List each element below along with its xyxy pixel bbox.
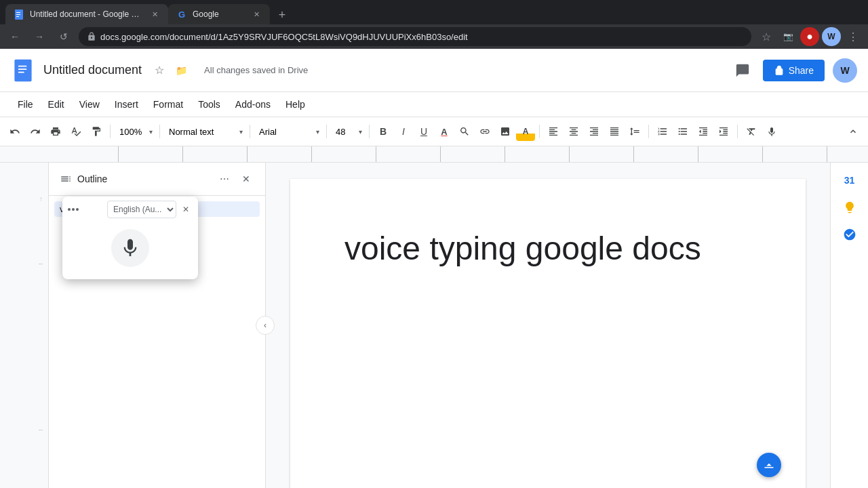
menu-view[interactable]: View <box>73 96 106 113</box>
extensions-button[interactable]: ● <box>800 27 819 46</box>
sidebar-title: Outline <box>77 174 211 184</box>
font-size-select[interactable]: 48 10111214 18243648 <box>331 125 360 139</box>
share-lock-icon <box>774 65 785 76</box>
font-select-wrapper[interactable]: Arial Times New Roman Courier New <box>254 125 322 139</box>
url-text: docs.google.com/document/d/1Az5Y9SRVJUF6… <box>100 32 468 42</box>
dot-1 <box>68 208 71 211</box>
tab-google-close[interactable]: ✕ <box>251 9 262 20</box>
bg-color-button[interactable]: A <box>516 122 535 141</box>
paint-format-button[interactable] <box>87 122 106 141</box>
underline-button[interactable]: U <box>414 122 433 141</box>
browser-chrome: Untitled document - Google Doc... ✕ G Go… <box>0 0 868 49</box>
star-doc-button[interactable]: ☆ <box>150 61 169 80</box>
divider-2 <box>159 125 160 138</box>
indent-more-button[interactable] <box>714 122 733 141</box>
toolbar-expand-button[interactable] <box>844 122 863 141</box>
main-area: ↑ ╌ ╌ Outline ⋯ ✕ voice typing google do… <box>0 163 868 488</box>
align-left-button[interactable] <box>544 122 563 141</box>
document-area[interactable]: voice typing google docs <box>266 163 830 488</box>
tab-bar: Untitled document - Google Doc... ✕ G Go… <box>0 0 868 24</box>
svg-rect-4 <box>14 59 31 81</box>
magic-button[interactable] <box>757 453 781 477</box>
menu-tools[interactable]: Tools <box>191 96 227 113</box>
image-button[interactable] <box>496 122 515 141</box>
voice-mic-button[interactable] <box>111 229 149 267</box>
print-button[interactable] <box>46 122 65 141</box>
bulleted-list-button[interactable] <box>673 122 692 141</box>
tasks-button[interactable] <box>837 222 862 247</box>
justify-button[interactable] <box>605 122 624 141</box>
explore-button[interactable] <box>837 195 862 220</box>
right-panel: 31 <box>830 163 868 488</box>
divider-5 <box>369 125 370 138</box>
voice-language-select[interactable]: English (Au... English (US) English (UK) <box>107 201 176 218</box>
browser-actions: ☆ 📷 ● W ⋮ <box>757 27 863 46</box>
bold-button[interactable]: B <box>374 122 393 141</box>
menu-addons[interactable]: Add-ons <box>229 96 277 113</box>
google-tab-favicon: G <box>176 9 187 20</box>
user-avatar[interactable]: W <box>833 58 857 83</box>
outline-icon <box>60 173 72 185</box>
style-select[interactable]: Normal text Heading 1 Heading 2 Heading … <box>164 125 229 139</box>
svg-rect-2 <box>16 14 20 15</box>
chat-button[interactable] <box>730 58 755 83</box>
align-center-button[interactable] <box>564 122 583 141</box>
tab-docs[interactable]: Untitled document - Google Doc... ✕ <box>5 4 168 24</box>
sidebar-close-button[interactable]: ✕ <box>238 171 254 187</box>
text-color-button[interactable]: A <box>435 122 454 141</box>
menu-edit[interactable]: Edit <box>41 96 71 113</box>
style-select-wrapper[interactable]: Normal text Heading 1 Heading 2 Heading … <box>164 125 245 139</box>
back-button[interactable]: ← <box>5 27 24 46</box>
tab-google[interactable]: G Google ✕ <box>168 4 270 24</box>
app-shell: Untitled document ☆ 📁 All changes saved … <box>0 49 868 488</box>
calendar-button[interactable]: 31 <box>837 168 862 192</box>
italic-button[interactable]: I <box>394 122 413 141</box>
margin-num-3: ╌ <box>39 426 43 434</box>
star-button[interactable]: ☆ <box>757 27 776 46</box>
line-spacing-button[interactable] <box>625 122 644 141</box>
forward-button[interactable]: → <box>30 27 49 46</box>
browser-profile-avatar[interactable]: W <box>822 27 841 46</box>
undo-button[interactable] <box>5 122 24 141</box>
spellcheck-button[interactable] <box>66 122 85 141</box>
video-button[interactable]: 📷 <box>778 27 797 46</box>
numbered-list-button[interactable] <box>653 122 672 141</box>
reload-button[interactable]: ↺ <box>54 27 73 46</box>
highlight-button[interactable] <box>455 122 474 141</box>
divider-6 <box>539 125 540 138</box>
share-button[interactable]: Share <box>763 60 825 81</box>
menu-format[interactable]: Format <box>146 96 190 113</box>
voice-panel-header: English (Au... English (US) English (UK)… <box>62 197 198 221</box>
browser-menu-button[interactable]: ⋮ <box>844 27 863 46</box>
autosave-status: All changes saved in Drive <box>204 65 308 75</box>
header-right: Share W <box>730 58 857 83</box>
clear-format-button[interactable] <box>742 122 761 141</box>
zoom-select[interactable]: 100% 75% 125% 150% <box>115 125 157 139</box>
align-right-button[interactable] <box>585 122 604 141</box>
url-bar[interactable]: docs.google.com/document/d/1Az5Y9SRVJUF6… <box>79 27 751 46</box>
indent-less-button[interactable] <box>694 122 713 141</box>
dot-3 <box>76 208 79 211</box>
redo-button[interactable] <box>26 122 45 141</box>
menu-file[interactable]: File <box>11 96 40 113</box>
tab-google-title: Google <box>193 9 245 19</box>
size-select-wrapper[interactable]: 48 10111214 18243648 <box>331 125 365 139</box>
microphone-icon <box>119 237 141 259</box>
svg-rect-1 <box>16 12 20 13</box>
divider-3 <box>250 125 250 138</box>
doc-page: voice typing google docs <box>290 179 806 488</box>
voice-panel-dots <box>68 208 79 211</box>
doc-content[interactable]: voice typing google docs <box>344 228 751 270</box>
menu-insert[interactable]: Insert <box>108 96 145 113</box>
new-tab-button[interactable]: + <box>273 5 292 24</box>
voice-input-button[interactable] <box>762 122 781 141</box>
document-title[interactable]: Untitled document <box>43 63 142 77</box>
folder-button[interactable]: 📁 <box>172 61 191 80</box>
sidebar-collapse-button[interactable]: ‹ <box>256 316 275 335</box>
menu-help[interactable]: Help <box>279 96 312 113</box>
zoom-select-wrapper[interactable]: 100% 75% 125% 150% <box>115 125 155 139</box>
tab-docs-close[interactable]: ✕ <box>149 9 160 20</box>
link-button[interactable] <box>475 122 494 141</box>
voice-panel-close-button[interactable]: ✕ <box>179 203 193 216</box>
sidebar-options-button[interactable]: ⋯ <box>216 171 233 187</box>
